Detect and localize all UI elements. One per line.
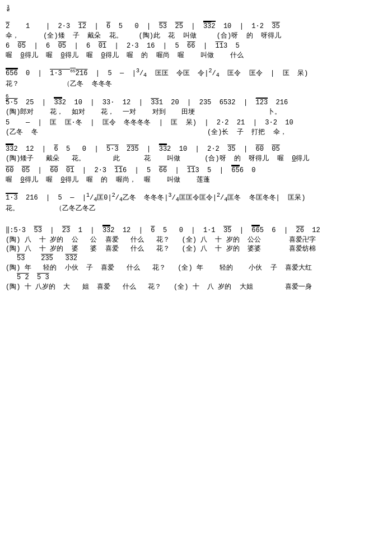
music-row-3: 656 0 | 1·3 65216 | 5 — |3/4 匡匡 令匡 令|2/4…	[6, 62, 386, 80]
lyric-row-9b: (陶) 八 十 岁的 婆 婆 喜爱 什么 花？ (全) 八 十 岁的 婆婆 喜爱…	[6, 244, 386, 254]
lyric-row-9a: (陶) 八 十 岁的 公 公 喜爱 什么 花？ (全) 八 十 岁的 公公 喜爱…	[6, 235, 386, 245]
lyric-row-9e: 5 2 5 3	[6, 273, 386, 283]
lyric-row-3: 花？ （乙冬 冬冬冬	[6, 80, 386, 89]
music-row-2: 6 05 | 6 05 | 6 01 | 2·3 16 | 5 66 | 113…	[6, 41, 386, 51]
lyric-row-7: 喔 0得儿 喔 0得儿 喔 的 喔尚， 喔 叫做 莲蓬	[6, 175, 386, 185]
section-2: 6 05 | 6 05 | 6 01 | 2·3 16 | 5 66 | 113…	[6, 41, 386, 61]
section-4: 65·5 25 | 332 10 | 33· 12 | 331 20 | 235…	[6, 90, 386, 117]
music-row-6: 332 12 | 6 5 0 | 5·3 235 | 332 10 | 2·2 …	[6, 138, 386, 154]
section-6: 332 12 | 6 5 0 | 5·3 235 | 332 10 | 2·2 …	[6, 138, 386, 164]
section-7: 60 05 | 60 01 | 2·3 116 | 5 66 | 113 5 |…	[6, 165, 386, 185]
music-row-7: 60 05 | 60 01 | 2·3 116 | 5 66 | 113 5 |…	[6, 165, 386, 175]
section-1: 232 1 | 2·3 12 | 6 5 0 | 53 25 | 332 10 …	[6, 4, 386, 40]
section-9: ‖:5·3 53 | 23 1 | 332 12 | 6 5 0 | 1·1 3…	[6, 219, 386, 292]
lyric-row-4: (陶)郎对 花， 如对 花， 一对 对到 田埂 卜。	[6, 108, 386, 117]
score-container: 232 1 | 2·3 12 | 6 5 0 | 53 25 | 332 10 …	[6, 4, 386, 291]
music-row-1: 232 1 | 2·3 12 | 6 5 0 | 53 25 | 332 10 …	[6, 4, 386, 31]
lyric-row-1: 伞， (全)矮 子 戴朵 花。 (陶)此 花 叫做 (合)呀 的 呀得儿	[6, 31, 386, 41]
lyric-row-8: 花。 （乙冬乙冬乙	[6, 204, 386, 214]
lyric-row-5: (乙冬 冬 (全)长 子 打把 伞，	[6, 128, 386, 137]
music-row-4: 65·5 25 | 332 10 | 33· 12 | 331 20 | 235…	[6, 90, 386, 108]
section-5: 5 — | 匡 匡·冬 | 匡令 冬冬冬冬 | 匡 呆) | 2·2 21 | …	[6, 118, 386, 137]
lyric-row-6: (陶)矮子 戴朵 花。 此 花 叫做 (合)呀 的 呀得儿 喔 0得儿	[6, 154, 386, 164]
section-3: 656 0 | 1·3 65216 | 5 — |3/4 匡匡 令匡 令|2/4…	[6, 62, 386, 89]
music-row-5: 5 — | 匡 匡·冬 | 匡令 冬冬冬冬 | 匡 呆) | 2·2 21 | …	[6, 118, 386, 128]
lyric-row-2: 喔 0得儿 喔 0得儿 喔 0得儿 喔 的 喔尚 喔 叫做 什么	[6, 51, 386, 61]
music-row-9: ‖:5·3 53 | 23 1 | 332 12 | 6 5 0 | 1·1 3…	[6, 219, 386, 235]
lyric-row-9d: (陶) 年 轻的 小伙 子 喜爱 什么 花？ (全) 年 轻的 小伙 子 喜爱大…	[6, 263, 386, 273]
lyric-row-9f: (陶) 十 八岁的 大 姐 喜爱 什么 花？ (全) 十 八 岁的 大姐 喜爱一…	[6, 283, 386, 292]
section-8: 1·3 216 | 5 — |1/4匡0|2/4乙冬 冬冬冬|3/4匡匡令匡令|…	[6, 186, 386, 214]
music-row-8: 1·3 216 | 5 — |1/4匡0|2/4乙冬 冬冬冬|3/4匡匡令匡令|…	[6, 186, 386, 204]
lyric-row-9c: 53 235 332	[6, 254, 386, 263]
